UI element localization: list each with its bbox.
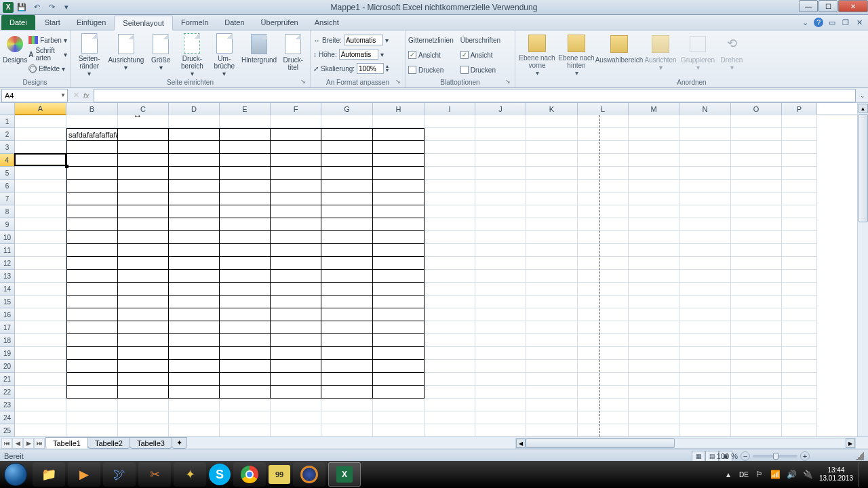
tab-ueberpruefen[interactable]: Überprüfen — [253, 15, 307, 30]
col-header-J[interactable]: J — [475, 103, 526, 115]
new-sheet-button[interactable]: ✦ — [172, 437, 187, 449]
row-header-9[interactable]: 9 — [0, 218, 15, 231]
hintergrund-button[interactable]: Hintergrund — [240, 32, 277, 77]
sheet-nav-first[interactable]: ⏮ — [1, 438, 12, 449]
row-header-12[interactable]: 12 — [0, 257, 15, 270]
minimize-ribbon-icon[interactable]: ⌄ — [800, 18, 810, 27]
row-header-7[interactable]: 7 — [0, 192, 15, 205]
undo-icon[interactable]: ↶ — [30, 1, 43, 14]
col-header-F[interactable]: F — [271, 103, 321, 115]
row-header-20[interactable]: 20 — [0, 360, 15, 373]
col-header-I[interactable]: I — [425, 103, 475, 115]
tab-daten[interactable]: Daten — [216, 15, 252, 30]
minimize-button[interactable]: — — [799, 0, 818, 12]
auswahlbereich-button[interactable]: Auswahlbereich — [597, 32, 642, 77]
row-header-10[interactable]: 10 — [0, 231, 15, 244]
col-header-A[interactable]: A — [15, 103, 66, 115]
zoom-slider[interactable] — [753, 455, 797, 458]
sheet-tab-2[interactable]: Tabelle2 — [87, 437, 130, 449]
schriftarten-button[interactable]: ASchrift arten ▾ — [28, 47, 67, 61]
row-header-11[interactable]: 11 — [0, 244, 15, 257]
volume-icon[interactable]: 🔊 — [787, 469, 797, 480]
close-workbook-icon[interactable]: ✕ — [854, 18, 864, 27]
scroll-up-button[interactable]: ▲ — [859, 104, 868, 113]
col-header-E[interactable]: E — [220, 103, 271, 115]
skype-taskbar-icon[interactable]: S — [209, 464, 231, 485]
gitter-drucken-checkbox[interactable] — [408, 66, 416, 74]
effekte-button[interactable]: ◯Effekte ▾ — [28, 62, 67, 75]
chrome-taskbar-icon[interactable] — [233, 462, 266, 487]
explorer-taskbar-icon[interactable]: 📁 — [33, 462, 65, 487]
thunderbird-taskbar-icon[interactable]: 🕊 — [103, 462, 136, 487]
qat-customize-icon[interactable]: ▾ — [60, 1, 73, 14]
groesse-button[interactable]: Größe▾ — [146, 32, 174, 77]
zoom-out-button[interactable]: − — [741, 451, 750, 461]
row-header-15[interactable]: 15 — [0, 296, 15, 308]
tab-ansicht[interactable]: Ansicht — [307, 15, 347, 30]
col-header-M[interactable]: M — [629, 103, 679, 115]
hoehe-input[interactable] — [339, 49, 378, 60]
row-header-1[interactable]: 1 — [0, 115, 15, 128]
ausrichtung-button[interactable]: Ausrichtung▾ — [106, 32, 145, 77]
col-header-D[interactable]: D — [169, 103, 220, 115]
col-header-C[interactable]: C — [118, 103, 169, 115]
clock[interactable]: 13:44 13.01.2013 — [819, 466, 853, 483]
seitenraender-button[interactable]: Seiten- ränder▾ — [73, 32, 105, 77]
sheet-nav-next[interactable]: ▶ — [23, 438, 34, 449]
cell-B2[interactable]: safdafafafaffafafa — [66, 128, 118, 141]
row-header-18[interactable]: 18 — [0, 334, 15, 347]
hscroll-left[interactable]: ◀ — [516, 439, 526, 448]
row-header-17[interactable]: 17 — [0, 321, 15, 334]
zoom-in-button[interactable]: + — [800, 451, 810, 461]
skalierung-input[interactable] — [357, 63, 384, 74]
maximize-button[interactable]: ☐ — [818, 0, 837, 12]
close-button[interactable]: ✕ — [838, 0, 868, 12]
hscroll-thumb[interactable] — [526, 439, 675, 448]
tab-start[interactable]: Start — [37, 15, 68, 30]
app-taskbar-icon[interactable]: ✦ — [174, 462, 206, 487]
row-header-25[interactable]: 25 — [0, 424, 15, 436]
app2-taskbar-icon[interactable]: 99 — [269, 465, 290, 484]
sheet-nav-prev[interactable]: ◀ — [12, 438, 23, 449]
ueber-ansicht-checkbox[interactable]: ✓ — [460, 51, 469, 59]
worksheet-grid[interactable]: ABCDEFGHIJKLMNOP 12safdafafafaffafafa345… — [0, 103, 868, 436]
expand-formula-icon[interactable]: ⌄ — [857, 92, 868, 99]
view-normal-button[interactable]: ▦ — [692, 451, 705, 462]
row-header-4[interactable]: 4 — [0, 154, 15, 167]
ebene-hinten-button[interactable]: Ebene nach hinten▾ — [557, 32, 595, 77]
hscroll-right[interactable]: ▶ — [846, 439, 855, 448]
tab-einfuegen[interactable]: Einfügen — [68, 15, 114, 30]
row-header-24[interactable]: 24 — [0, 411, 15, 424]
vscroll-thumb[interactable] — [859, 114, 868, 222]
snipping-taskbar-icon[interactable]: ✂ — [138, 462, 171, 487]
tray-expand-icon[interactable]: ▴ — [723, 469, 734, 480]
drucktitel-button[interactable]: Druck- titel — [279, 32, 307, 77]
firefox-taskbar-icon[interactable] — [293, 462, 326, 487]
dialog-launcher-seite[interactable]: ↘ — [300, 78, 309, 86]
redo-icon[interactable]: ↷ — [45, 1, 58, 14]
window-option-icon[interactable]: ▭ — [827, 18, 837, 27]
row-header-13[interactable]: 13 — [0, 270, 15, 283]
designs-button[interactable]: Designs — [3, 32, 27, 77]
save-icon[interactable]: 💾 — [15, 1, 28, 14]
row-header-14[interactable]: 14 — [0, 283, 15, 296]
row-header-2[interactable]: 2 — [0, 128, 15, 141]
formula-input[interactable] — [94, 89, 856, 102]
help-icon[interactable]: ? — [814, 18, 823, 27]
row-header-16[interactable]: 16 — [0, 308, 15, 321]
excel-taskbar-icon[interactable]: X — [328, 462, 361, 487]
col-header-L[interactable]: L — [578, 103, 629, 115]
fx-icon[interactable]: fx — [83, 92, 90, 100]
dialog-launcher-blatt[interactable]: ↘ — [505, 78, 513, 86]
tab-seitenlayout[interactable]: Seitenlayout — [114, 16, 173, 30]
col-header-B[interactable]: B — [66, 103, 118, 115]
col-header-G[interactable]: G — [321, 103, 373, 115]
power-icon[interactable]: 🔌 — [803, 469, 814, 480]
dialog-launcher-format[interactable]: ↘ — [395, 78, 403, 86]
network-icon[interactable]: 📶 — [770, 469, 781, 480]
tab-formeln[interactable]: Formeln — [173, 15, 216, 30]
druckbereich-button[interactable]: Druck- bereich▾ — [176, 32, 208, 77]
start-button[interactable] — [0, 461, 31, 488]
media-player-taskbar-icon[interactable]: ▶ — [68, 462, 100, 487]
col-header-K[interactable]: K — [526, 103, 578, 115]
